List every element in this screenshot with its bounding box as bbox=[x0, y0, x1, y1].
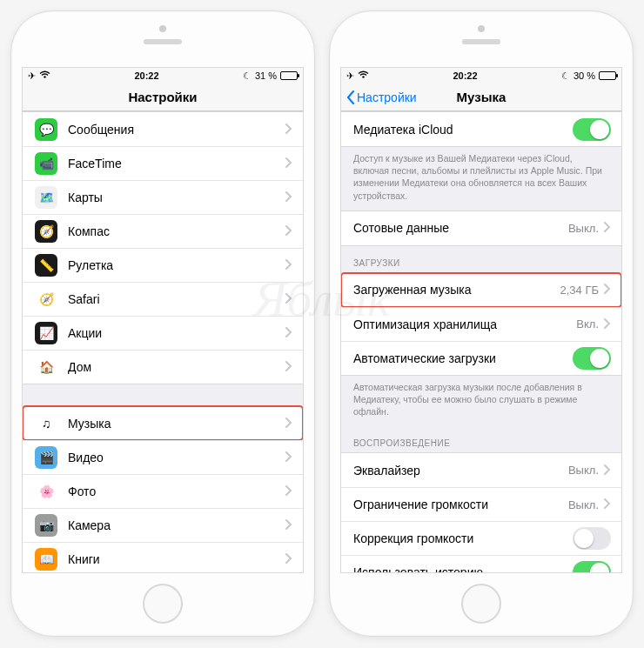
row-label: Сотовые данные bbox=[353, 221, 568, 235]
chevron-right-icon bbox=[604, 283, 611, 297]
toggle-switch[interactable] bbox=[573, 347, 611, 370]
row-label: Книги bbox=[68, 552, 285, 566]
compass-icon: 🧭 bbox=[35, 220, 57, 243]
settings-row-safari[interactable]: 🧭Safari bbox=[23, 282, 303, 316]
playback-header: ВОСПРОИЗВЕДЕНИЕ bbox=[341, 426, 621, 452]
row-label: Ограничение громкости bbox=[353, 498, 568, 511]
row-label: Эквалайзер bbox=[353, 464, 568, 478]
row-label: Автоматические загрузки bbox=[353, 351, 573, 365]
downloads-header: ЗАГРУЗКИ bbox=[341, 246, 621, 272]
phone-frame-left: ✈ 20:22 ☾ 31 % Настройки 💬Сообщения📹Face… bbox=[10, 10, 315, 637]
measure-icon: 📏 bbox=[35, 254, 57, 277]
chevron-right-icon bbox=[604, 317, 611, 331]
chevron-right-icon bbox=[604, 221, 611, 235]
icloud-footer: Доступ к музыке из Вашей Медиатеки через… bbox=[341, 147, 621, 210]
battery-percent: 30 % bbox=[574, 70, 595, 81]
moon-icon: ☾ bbox=[243, 70, 252, 82]
chevron-right-icon bbox=[285, 258, 292, 272]
settings-row-messages[interactable]: 💬Сообщения bbox=[23, 112, 303, 146]
settings-row-photos[interactable]: 🌸Фото bbox=[23, 474, 303, 508]
row-label: Музыка bbox=[68, 417, 285, 431]
photos-icon: 🌸 bbox=[35, 480, 57, 503]
safari-icon: 🧭 bbox=[35, 288, 57, 311]
row-label: FaceTime bbox=[68, 157, 285, 170]
row-label: Компас bbox=[68, 224, 285, 238]
settings-row-compass[interactable]: 🧭Компас bbox=[23, 214, 303, 248]
speaker-slot bbox=[144, 39, 182, 44]
use-history-row[interactable]: Использовать историю bbox=[341, 555, 621, 572]
phone-frame-right: ✈ 20:22 ☾ 30 % Настройки Музыка Мед bbox=[329, 10, 634, 637]
equalizer-row[interactable]: Эквалайзер Выкл. bbox=[341, 453, 621, 487]
settings-row-maps[interactable]: 🗺️Карты bbox=[23, 180, 303, 214]
settings-row-books[interactable]: 📖Книги bbox=[23, 542, 303, 572]
settings-row-camera[interactable]: 📷Камера bbox=[23, 508, 303, 542]
nav-bar: Настройки bbox=[23, 84, 303, 111]
chevron-right-icon bbox=[285, 552, 292, 566]
chevron-right-icon bbox=[285, 157, 292, 170]
chevron-right-icon bbox=[604, 464, 611, 478]
stocks-icon: 📈 bbox=[35, 322, 57, 344]
facetime-icon: 📹 bbox=[35, 152, 57, 175]
row-label: Загруженная музыка bbox=[353, 283, 560, 297]
row-label: Использовать историю bbox=[353, 565, 573, 572]
music-icon: ♫ bbox=[35, 412, 57, 435]
settings-row-stocks[interactable]: 📈Акции bbox=[23, 316, 303, 350]
volume-limit-row[interactable]: Ограничение громкости Выкл. bbox=[341, 487, 621, 521]
automatic-downloads-row[interactable]: Автоматические загрузки bbox=[341, 341, 621, 375]
row-label: Фото bbox=[68, 484, 285, 498]
camera-dot bbox=[159, 25, 166, 32]
row-label: Оптимизация хранилища bbox=[353, 317, 576, 331]
chevron-right-icon bbox=[604, 498, 611, 511]
settings-row-measure[interactable]: 📏Рулетка bbox=[23, 248, 303, 282]
sound-check-row[interactable]: Коррекция громкости bbox=[341, 521, 621, 555]
row-label: Медиатека iCloud bbox=[353, 123, 573, 137]
chevron-right-icon bbox=[285, 190, 292, 204]
chevron-right-icon bbox=[285, 224, 292, 238]
camera-dot bbox=[478, 25, 485, 32]
videos-icon: 🎬 bbox=[35, 446, 57, 469]
battery-icon bbox=[599, 71, 616, 80]
settings-row-home[interactable]: 🏠Дом bbox=[23, 350, 303, 384]
camera-icon: 📷 bbox=[35, 514, 57, 537]
row-label: Камера bbox=[68, 518, 285, 532]
chevron-right-icon bbox=[285, 360, 292, 374]
row-label: Сообщения bbox=[68, 123, 285, 137]
icloud-library-row[interactable]: Медиатека iCloud bbox=[341, 112, 621, 146]
music-settings[interactable]: Медиатека iCloud Доступ к музыке из Ваше… bbox=[341, 111, 621, 572]
row-label: Рулетка bbox=[68, 258, 285, 272]
status-time: 20:22 bbox=[134, 70, 158, 81]
toggle-switch[interactable] bbox=[573, 561, 611, 572]
maps-icon: 🗺️ bbox=[35, 186, 57, 209]
chevron-right-icon bbox=[285, 123, 292, 137]
battery-percent: 31 % bbox=[255, 70, 277, 81]
chevron-right-icon bbox=[285, 292, 292, 306]
row-label: Дом bbox=[68, 360, 285, 374]
chevron-right-icon bbox=[285, 417, 292, 431]
chevron-right-icon bbox=[285, 326, 292, 340]
airplane-icon: ✈ bbox=[28, 70, 36, 82]
nav-bar: Настройки Музыка bbox=[341, 84, 621, 111]
downloaded-music-row[interactable]: Загруженная музыка 2,34 ГБ bbox=[341, 273, 621, 307]
settings-row-videos[interactable]: 🎬Видео bbox=[23, 440, 303, 474]
settings-row-facetime[interactable]: 📹FaceTime bbox=[23, 146, 303, 180]
optimize-storage-row[interactable]: Оптимизация хранилища Вкл. bbox=[341, 307, 621, 341]
battery-icon bbox=[280, 71, 298, 80]
row-detail: Выкл. bbox=[568, 498, 599, 511]
settings-list[interactable]: 💬Сообщения📹FaceTime🗺️Карты🧭Компас📏Рулетк… bbox=[23, 111, 303, 572]
row-label: Акции bbox=[68, 326, 285, 340]
settings-row-music[interactable]: ♫Музыка bbox=[23, 406, 303, 440]
home-button[interactable] bbox=[143, 584, 183, 624]
toggle-switch[interactable] bbox=[573, 118, 611, 141]
home-icon: 🏠 bbox=[35, 356, 57, 378]
home-button[interactable] bbox=[461, 584, 501, 624]
row-detail: Вкл. bbox=[576, 317, 599, 331]
toggle-switch[interactable] bbox=[573, 527, 611, 550]
wifi-icon bbox=[358, 70, 369, 81]
wifi-icon bbox=[39, 70, 50, 81]
chevron-right-icon bbox=[285, 518, 292, 532]
screen-right: ✈ 20:22 ☾ 30 % Настройки Музыка Мед bbox=[340, 67, 622, 573]
back-button[interactable]: Настройки bbox=[346, 84, 417, 110]
cellular-data-row[interactable]: Сотовые данные Выкл. bbox=[341, 211, 621, 245]
row-detail: Выкл. bbox=[568, 222, 599, 235]
status-bar: ✈ 20:22 ☾ 31 % bbox=[23, 68, 303, 84]
